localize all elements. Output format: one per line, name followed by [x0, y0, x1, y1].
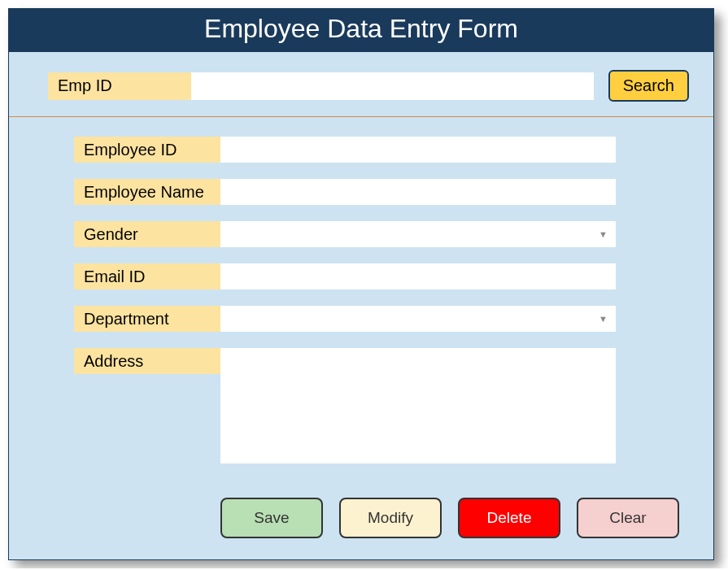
gender-select[interactable]: ▼ — [220, 221, 616, 247]
employee-id-input[interactable] — [220, 137, 616, 163]
email-id-input[interactable] — [220, 263, 616, 289]
department-select[interactable]: ▼ — [220, 306, 616, 332]
employee-name-input[interactable] — [220, 179, 616, 205]
search-input[interactable] — [191, 72, 594, 100]
field-row-department: Department ▼ — [74, 306, 689, 332]
chevron-down-icon: ▼ — [599, 314, 608, 324]
field-row-address: Address — [74, 348, 689, 463]
employee-name-label: Employee Name — [74, 179, 220, 205]
address-label: Address — [74, 348, 220, 374]
field-row-employee-id: Employee ID — [74, 137, 689, 163]
save-button[interactable]: Save — [220, 498, 323, 538]
department-label: Department — [74, 306, 220, 332]
fields-section: Employee ID Employee Name Gender ▼ Email… — [9, 117, 713, 488]
buttons-section: Save Modify Delete Clear — [9, 488, 713, 559]
form-container: Employee Data Entry Form Emp ID Search E… — [8, 8, 714, 560]
delete-button[interactable]: Delete — [458, 498, 560, 538]
field-row-employee-name: Employee Name — [74, 179, 689, 205]
search-section: Emp ID Search — [9, 52, 713, 117]
clear-button[interactable]: Clear — [577, 498, 679, 538]
search-label: Emp ID — [48, 72, 191, 100]
search-button[interactable]: Search — [608, 70, 689, 102]
chevron-down-icon: ▼ — [599, 229, 608, 239]
employee-id-label: Employee ID — [74, 137, 220, 163]
field-row-email-id: Email ID — [74, 263, 689, 289]
address-textarea[interactable] — [220, 348, 616, 463]
email-id-label: Email ID — [74, 263, 220, 289]
modify-button[interactable]: Modify — [339, 498, 442, 538]
gender-label: Gender — [74, 221, 220, 247]
form-title: Employee Data Entry Form — [9, 9, 713, 52]
field-row-gender: Gender ▼ — [74, 221, 689, 247]
